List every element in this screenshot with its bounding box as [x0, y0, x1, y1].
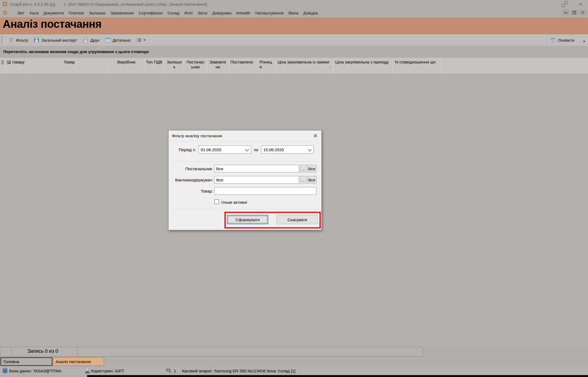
- menu-item[interactable]: Платежі: [66, 10, 86, 16]
- consignee-value: Все: [216, 178, 223, 182]
- mdi-restore-button[interactable]: [571, 10, 578, 15]
- refresh-button[interactable]: Оновити: [547, 35, 577, 45]
- period-to-label: по: [254, 147, 258, 152]
- consignee-all-button[interactable]: Все: [307, 176, 316, 184]
- column-header[interactable]: Постачальник: [184, 58, 207, 74]
- menu-item[interactable]: Налаштування: [253, 10, 286, 16]
- user-icon: [84, 368, 90, 375]
- column-header[interactable]: Ціна закупівельна з приходу: [334, 58, 393, 74]
- page-title: Аналіз постачання: [3, 18, 588, 30]
- supplier-all-label: Все: [308, 166, 315, 171]
- refresh-button-label: Оновити: [558, 38, 574, 42]
- column-header-label: Тип ПДВ: [146, 60, 162, 64]
- column-header-label: Поставлено: [230, 60, 253, 64]
- chevron-down-icon: [144, 39, 146, 41]
- filter-dialog: Фільтр аналізу постачання × Період з: 01…: [168, 130, 322, 230]
- user-status: Користувач: GIFT: [91, 369, 124, 373]
- document-tabs: Головна Аналіз постачання: [0, 357, 588, 367]
- page-header-band: Аналіз постачання: [0, 17, 588, 34]
- database-status: База даних: TASA3@TITAN: [9, 369, 61, 373]
- row-indicator-header: [0, 58, 5, 74]
- group-by-hint: Перетягніть заголовок колонки сюди для у…: [0, 46, 588, 54]
- toolbar-overflow-button[interactable]: [583, 41, 585, 42]
- menu-item[interactable]: Залишки: [86, 10, 108, 16]
- column-header-label: Різниця: [260, 60, 272, 69]
- menu-item[interactable]: Філії: [182, 10, 195, 16]
- only-active-label: тільки активні: [221, 200, 247, 205]
- ellipsis-icon: ...: [301, 166, 305, 171]
- column-header[interactable]: Замовлено: [207, 58, 229, 74]
- minimize-icon: [565, 12, 567, 13]
- generate-button[interactable]: Сформувати: [227, 215, 268, 224]
- dialog-separator: [169, 162, 321, 162]
- document-tab[interactable]: Аналіз постачання: [53, 357, 104, 366]
- mdi-close-button[interactable]: ×: [579, 10, 586, 15]
- supplier-label: Постачальник:: [169, 166, 213, 171]
- record-divider: [11, 347, 11, 356]
- column-header-label: Замовлено: [210, 60, 226, 69]
- dialog-titlebar[interactable]: Фільтр аналізу постачання: [169, 130, 321, 141]
- filter-button[interactable]: Фільтр: [6, 35, 31, 45]
- column-header[interactable]: Залишок: [165, 58, 184, 74]
- column-header[interactable]: Тип ПДВ: [144, 58, 165, 74]
- period-from-label: Період з:: [173, 147, 196, 152]
- menu-item[interactable]: Звіт: [15, 10, 27, 16]
- menu-item[interactable]: Замовлення: [108, 10, 136, 16]
- record-divider: [77, 347, 78, 356]
- column-header-label: ІД товару: [7, 60, 25, 64]
- close-icon: ×: [579, 1, 582, 7]
- product-input[interactable]: [214, 187, 316, 195]
- column-header[interactable]: % співвідношення цін: [393, 58, 441, 74]
- cash-register-status: Касовий апарат: Samsung ER-350 №123456: [182, 369, 266, 373]
- only-active-checkbox[interactable]: [214, 199, 219, 204]
- menu-item[interactable]: Сертифікати: [136, 10, 165, 16]
- menu-item[interactable]: Каса: [27, 10, 41, 16]
- column-header[interactable]: Поставлено: [229, 58, 258, 74]
- document-tab[interactable]: Головна: [1, 357, 52, 366]
- period-from-combobox[interactable]: 01.06.2020: [199, 145, 251, 154]
- cancel-button-label: Скасувати: [287, 217, 307, 222]
- column-header[interactable]: Товар: [30, 58, 109, 74]
- menu-item[interactable]: Довідники: [210, 10, 234, 16]
- menu-item[interactable]: Довідка: [301, 10, 320, 16]
- column-header-label: Залишок: [167, 60, 182, 69]
- window-title: Скарб pro v. 4.0.2.85 [ІД: | - [Апт №003…: [10, 2, 207, 7]
- toolbar-grip[interactable]: [1, 37, 2, 44]
- details-button[interactable]: Детально: [102, 35, 133, 45]
- column-header[interactable]: Виробник: [109, 58, 144, 74]
- period-to-combobox[interactable]: 15.06.2020: [261, 145, 314, 154]
- menu-item[interactable]: Документи: [41, 10, 66, 16]
- grip-icon: [1, 60, 4, 64]
- column-header[interactable]: Ціна закупівельна із заявки △: [276, 58, 334, 74]
- print-button[interactable]: Друк: [80, 35, 102, 45]
- consignee-input[interactable]: Все: [214, 176, 299, 184]
- close-button[interactable]: ×: [579, 2, 582, 7]
- period-to-value: 15.06.2020: [263, 147, 284, 152]
- supplier-browse-button[interactable]: ...: [300, 165, 306, 172]
- supplier-all-button[interactable]: Все: [307, 165, 316, 172]
- menu-app-icon: [3, 11, 7, 15]
- consignee-browse-button[interactable]: ...: [300, 176, 306, 184]
- floppy-export-icon: [34, 38, 39, 42]
- group-by-panel[interactable]: Перетягніть заголовок колонки сюди для у…: [0, 46, 588, 58]
- column-header[interactable]: Різниця: [258, 58, 276, 74]
- column-header-label: Постачальник: [186, 60, 204, 69]
- menu-item[interactable]: Склад: [165, 10, 182, 16]
- close-icon: ×: [313, 132, 317, 140]
- menu-item[interactable]: Вікна: [286, 10, 301, 16]
- dialog-close-button[interactable]: ×: [311, 131, 320, 140]
- period-from-value: 01.06.2020: [201, 147, 221, 152]
- connection-icon: [166, 368, 172, 374]
- sort-ascending-icon: △: [329, 64, 331, 69]
- export-button[interactable]: Загальний експорт: [31, 35, 80, 45]
- cancel-button[interactable]: Скасувати: [277, 215, 318, 224]
- menu-item[interactable]: Звіти: [195, 10, 210, 16]
- record-navigator-panel: Запись 0 из 0: [0, 347, 423, 357]
- mdi-minimize-button[interactable]: [562, 10, 569, 15]
- menubar: Звіт Каса Документи Платежі Залишки Замо…: [0, 8, 588, 17]
- view-options-button[interactable]: [134, 35, 149, 45]
- supplier-input[interactable]: Все: [214, 165, 299, 172]
- menu-item[interactable]: eHealth: [234, 10, 253, 16]
- zone-status: Зона: Склад [1]: [266, 369, 295, 373]
- column-header[interactable]: ІД товару: [5, 58, 30, 74]
